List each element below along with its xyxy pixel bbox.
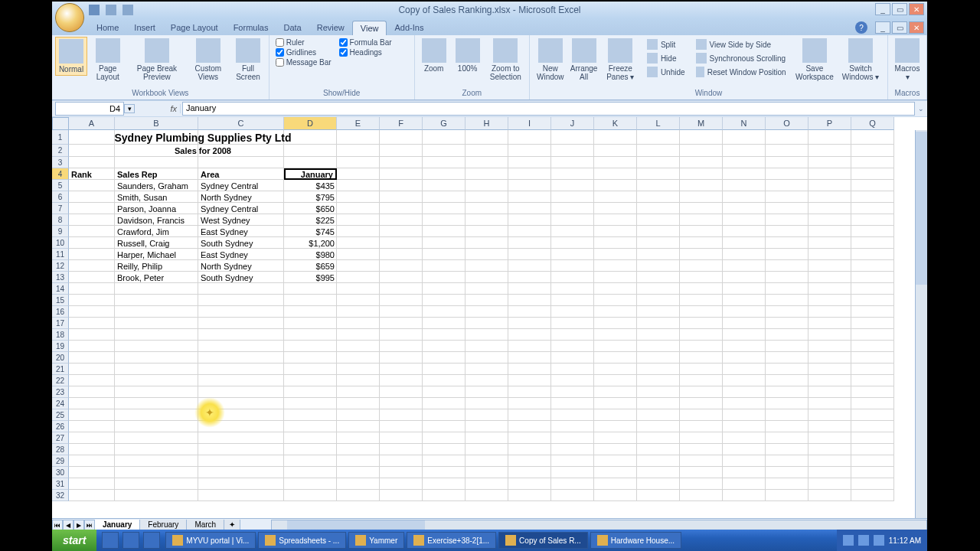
name-box-dropdown[interactable]: ▾ <box>124 104 135 113</box>
cell-N32[interactable] <box>723 490 766 501</box>
zoom-to-selection-button[interactable]: Zoom to Selection <box>485 37 526 83</box>
row-header-22[interactable]: 22 <box>52 375 69 386</box>
cell-E21[interactable] <box>337 364 380 375</box>
cell-L9[interactable] <box>637 226 680 237</box>
cell-G19[interactable] <box>423 341 466 352</box>
cell-K16[interactable] <box>594 306 637 318</box>
cell-G28[interactable] <box>423 444 466 455</box>
cell-G23[interactable] <box>423 386 466 398</box>
row-header-16[interactable]: 16 <box>52 306 69 318</box>
cell-J16[interactable] <box>551 306 594 318</box>
cell-E30[interactable] <box>337 467 380 478</box>
cell-E9[interactable] <box>337 226 380 237</box>
cell-G25[interactable] <box>423 409 466 421</box>
cell-N25[interactable] <box>723 409 766 421</box>
cell-B8[interactable]: Davidson, Francis <box>115 214 198 226</box>
cell-E18[interactable] <box>337 329 380 341</box>
cell-G15[interactable] <box>423 295 466 306</box>
cell-A7[interactable] <box>69 203 115 214</box>
cell-K17[interactable] <box>594 318 637 329</box>
row-header-12[interactable]: 12 <box>52 260 69 272</box>
cell-K15[interactable] <box>594 295 637 306</box>
cell-A12[interactable] <box>69 260 115 272</box>
cell-D30[interactable] <box>284 467 337 478</box>
cell-F15[interactable] <box>380 295 423 306</box>
cell-M18[interactable] <box>680 329 723 341</box>
cell-Q4[interactable] <box>851 168 894 180</box>
cell-A14[interactable] <box>69 283 115 295</box>
cell-F27[interactable] <box>380 432 423 444</box>
cell-K4[interactable] <box>594 168 637 180</box>
arrange-all-button[interactable]: Arrange All <box>568 37 600 83</box>
check-ruler[interactable]: Ruler <box>276 38 332 47</box>
cell-F23[interactable] <box>380 386 423 398</box>
cell-F21[interactable] <box>380 364 423 375</box>
cell-L22[interactable] <box>637 375 680 386</box>
cell-I20[interactable] <box>508 352 551 364</box>
cell-K25[interactable] <box>594 409 637 421</box>
custom-views-button[interactable]: Custom Views <box>187 37 229 83</box>
cell-O26[interactable] <box>766 421 808 432</box>
cell-J21[interactable] <box>551 364 594 375</box>
cell-F19[interactable] <box>380 341 423 352</box>
cell-C18[interactable] <box>198 329 284 341</box>
cell-D20[interactable] <box>284 352 337 364</box>
cell-I29[interactable] <box>508 455 551 467</box>
cell-M28[interactable] <box>680 444 723 455</box>
cell-L20[interactable] <box>637 352 680 364</box>
cell-O30[interactable] <box>766 467 808 478</box>
cell-P32[interactable] <box>808 490 851 501</box>
tab-page-layout[interactable]: Page Layout <box>163 21 226 35</box>
cell-L19[interactable] <box>637 341 680 352</box>
cell-G12[interactable] <box>423 260 466 272</box>
row-header-32[interactable]: 32 <box>52 490 69 501</box>
cell-E22[interactable] <box>337 375 380 386</box>
cell-F11[interactable] <box>380 249 423 260</box>
cell-K10[interactable] <box>594 237 637 249</box>
col-header-O[interactable]: O <box>766 117 808 130</box>
cell-J17[interactable] <box>551 318 594 329</box>
cell-I27[interactable] <box>508 432 551 444</box>
cell-N31[interactable] <box>723 478 766 490</box>
taskbar-item[interactable]: Exercise+38-2[1... <box>407 532 496 549</box>
cell-N27[interactable] <box>723 432 766 444</box>
cell-H4[interactable] <box>466 168 508 180</box>
cell-D14[interactable] <box>284 283 337 295</box>
col-header-K[interactable]: K <box>594 117 637 130</box>
help-icon[interactable]: ? <box>855 21 867 34</box>
cell-G4[interactable] <box>423 168 466 180</box>
undo-icon[interactable] <box>106 5 116 15</box>
cell-L3[interactable] <box>637 157 680 168</box>
cell-D16[interactable] <box>284 306 337 318</box>
row-header-9[interactable]: 9 <box>52 226 69 237</box>
cell-A19[interactable] <box>69 341 115 352</box>
cell-I6[interactable] <box>508 191 551 203</box>
cell-F6[interactable] <box>380 191 423 203</box>
cell-M4[interactable] <box>680 168 723 180</box>
cell-E1[interactable] <box>337 130 380 145</box>
row-header-23[interactable]: 23 <box>52 386 69 398</box>
cell-C21[interactable] <box>198 364 284 375</box>
cell-K11[interactable] <box>594 249 637 260</box>
cell-O32[interactable] <box>766 490 808 501</box>
cell-O24[interactable] <box>766 398 808 409</box>
cell-L10[interactable] <box>637 237 680 249</box>
cell-C7[interactable]: Sydney Central <box>198 203 284 214</box>
row-header-28[interactable]: 28 <box>52 444 69 455</box>
cell-P6[interactable] <box>808 191 851 203</box>
cell-H7[interactable] <box>466 203 508 214</box>
cell-I16[interactable] <box>508 306 551 318</box>
cell-H21[interactable] <box>466 364 508 375</box>
cell-C16[interactable] <box>198 306 284 318</box>
name-box[interactable]: D4 <box>55 102 124 116</box>
cell-B29[interactable] <box>115 455 198 467</box>
cell-M24[interactable] <box>680 398 723 409</box>
cell-K7[interactable] <box>594 203 637 214</box>
taskbar-item[interactable]: Spreadsheets - ... <box>258 532 346 549</box>
cell-H11[interactable] <box>466 249 508 260</box>
cell-G22[interactable] <box>423 375 466 386</box>
cell-G17[interactable] <box>423 318 466 329</box>
cell-E29[interactable] <box>337 455 380 467</box>
cell-O16[interactable] <box>766 306 808 318</box>
cell-B17[interactable] <box>115 318 198 329</box>
